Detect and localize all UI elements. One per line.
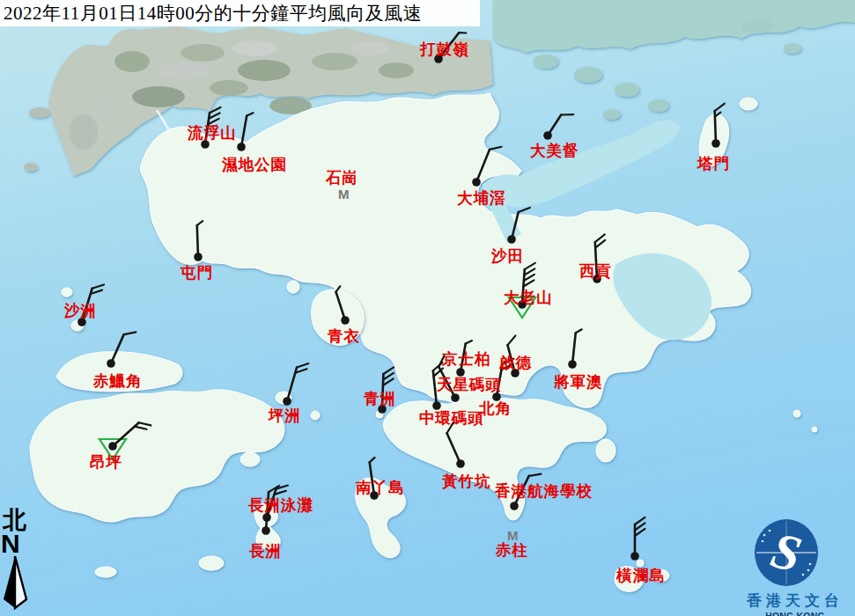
station-dot [711,139,720,148]
hko-logo-icon: S [738,517,852,586]
station-label: 長洲泳灘 [248,497,313,514]
station-dot [456,459,465,468]
station-label: 長洲 [249,543,282,560]
wind-barb-layer [0,0,855,616]
station-label: 南丫島 [356,480,405,496]
station-dot [194,253,203,261]
wind-barb [630,517,645,561]
station-dot [543,131,552,140]
north-label-letter: N [0,532,39,555]
station-label: 京士柏 [442,351,491,368]
map-title-bar: 2022年11月01日14時00分的十分鐘平均風向及風速 [0,0,480,26]
station-label: 天星碼頭 [437,377,502,393]
station-label: 赤柱 [496,542,528,559]
missing-data-marker: M [507,528,519,543]
station-dot [108,442,117,451]
wind-barb [472,147,501,187]
station-dot [630,552,639,561]
station-label: 屯門 [181,265,213,282]
station-dot [568,360,577,369]
hko-name-chinese: 香港天文台 [738,590,852,611]
station-label: 赤鱲角 [93,373,143,390]
wind-barb [335,286,349,325]
station-label: 石崗 [326,170,358,187]
station-dot [510,502,519,510]
wind-barb [283,363,308,406]
station-label: 昂坪 [90,454,122,471]
wind-barb [568,329,582,368]
station-dot [472,178,481,187]
station-label: 青洲 [364,391,396,407]
station-label: 大老山 [504,290,553,306]
north-arrow-icon [0,555,35,610]
wind-barb [107,332,136,367]
station-label: 香港航海學校 [495,483,593,500]
north-indicator: 北 N [0,509,39,613]
missing-data-marker: M [338,187,350,202]
station-label: 沙田 [491,248,524,265]
wind-barb [507,208,530,244]
wind-map-stage: 流浮山濕地公園打鼓嶺大美督塔門大埔滘石崗M沙田西貢大老山屯門沙洲赤鱲角青衣坪洲青… [0,0,855,616]
station-dot [107,359,115,368]
station-dot [341,316,350,325]
wind-barb [543,114,573,140]
station-label: 黃竹坑 [442,473,491,490]
station-label: 中環碼頭 [419,410,484,427]
station-dot [237,143,246,151]
station-label: 大埔滘 [457,190,506,207]
station-label: 橫瀾島 [616,568,666,584]
station-label: 啟德 [499,355,532,371]
station-label: 將軍澳 [554,374,603,391]
hko-name-english: HONG KONG OBSERVATORY [738,611,852,616]
station-label: 坪洲 [269,407,301,424]
station-label: 大美督 [530,143,579,159]
station-label: 塔門 [697,156,730,172]
station-label: 流浮山 [188,125,237,142]
map-title: 2022年11月01日14時00分的十分鐘平均風向及風速 [0,1,422,26]
station-label: 打鼓嶺 [420,41,469,58]
station-dot [262,526,270,535]
station-dot [283,397,291,406]
station-label: 青衣 [328,328,360,345]
station-label: 西貢 [579,263,612,280]
wind-barb [711,104,725,148]
wind-barb [237,113,253,151]
hko-logo: S 香港天文台 HONG KONG OBSERVATORY [738,517,852,616]
station-label: 濕地公園 [222,157,287,173]
wind-barb [194,221,203,261]
station-dot [451,393,460,402]
station-label: 沙洲 [64,303,97,319]
station-label: 北角 [479,400,512,417]
wind-barb [447,422,465,468]
station-dot [507,235,516,244]
